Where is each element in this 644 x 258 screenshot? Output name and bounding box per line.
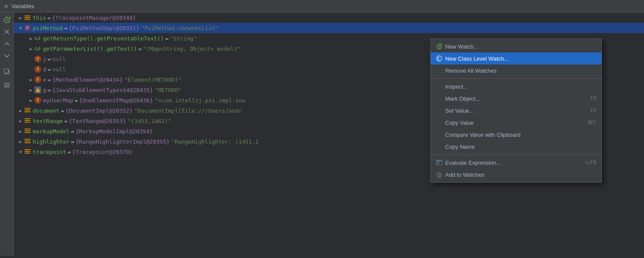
var-val-d: null <box>52 66 66 73</box>
svg-text:+: + <box>9 16 11 19</box>
menu-label-inspect: Inspect... <box>445 83 468 90</box>
var-str-highlighter: "RangeHighlighter: (1451,1 <box>171 138 259 145</box>
expand-arrow-e[interactable] <box>27 76 34 83</box>
var-ref-textRange: {TextRange@20353} <box>69 118 126 124</box>
tree-item-this[interactable]: this = {TracepointManager@20348} <box>14 12 644 23</box>
var-name-this: this <box>33 15 46 21</box>
var-ref-markupModel: {MarkupModelImpl@20354} <box>76 128 153 135</box>
menu-separator-1 <box>431 78 601 79</box>
expand-arrow-textRange[interactable] <box>17 117 24 124</box>
var-ref-myUserMap: {OneElementFMap@20436} <box>79 97 153 104</box>
icon-getReturnType: ɢ∂ <box>34 35 41 42</box>
menu-item-evaluate[interactable]: Evaluate Expression... ⌥F8 <box>431 157 601 169</box>
expand-arrow-psiMethod[interactable] <box>17 25 24 31</box>
menu-label-new-watch: New Watch... <box>445 43 478 50</box>
menu-item-new-class-watch[interactable]: C New Class Level Watch... <box>431 52 601 64</box>
panel-title: Variables <box>11 3 34 9</box>
expand-arrow-getParameterList[interactable] <box>27 45 34 52</box>
shortcut-set-value: F2 <box>590 108 596 114</box>
context-menu: + New Watch... C <box>430 38 602 183</box>
var-name-textRange: textRange <box>33 118 63 124</box>
expand-arrow-document[interactable] <box>17 107 24 114</box>
menu-label-set-value: Set Value... <box>445 108 474 114</box>
menu-label-add-to-watches: Add to Watches <box>445 172 484 178</box>
var-ref-document: {DocumentImpl@20352} <box>65 108 133 114</box>
var-str-myUserMap: "<com.intellij.psi.impl.sou <box>155 97 245 104</box>
svg-rect-16 <box>24 19 30 20</box>
svg-rect-26 <box>24 130 30 131</box>
var-val-getReturnType: "String" <box>170 35 197 42</box>
menu-item-set-value[interactable]: Set Value... F2 <box>431 104 601 117</box>
expand-arrow-markupModel[interactable] <box>17 128 24 135</box>
var-ref-e: {MethodElement@20434} <box>52 77 123 83</box>
svg-rect-15 <box>24 17 30 18</box>
move-up-button[interactable] <box>1 38 12 49</box>
var-name-d: d <box>43 66 46 73</box>
this-icon <box>24 14 31 21</box>
expand-arrow-highlighter[interactable] <box>17 138 24 145</box>
var-name-markupModel: markupModel <box>33 128 70 135</box>
menu-item-mark-object[interactable]: Mark Object... F3 <box>431 92 601 104</box>
main-container: + <box>0 12 644 256</box>
svg-rect-32 <box>24 151 30 152</box>
expand-arrow-myUserMap[interactable] <box>27 97 34 104</box>
svg-rect-28 <box>24 139 30 140</box>
expand-arrow-this[interactable] <box>17 14 24 21</box>
var-str-textRange: "(1451,1462)" <box>128 118 171 124</box>
svg-rect-46 <box>437 163 439 164</box>
menu-item-remove-all-watches[interactable]: Remove All Watches <box>431 64 601 77</box>
menu-item-new-watch[interactable]: + New Watch... <box>431 40 601 52</box>
svg-line-36 <box>439 47 440 48</box>
eval-icon <box>436 159 443 166</box>
icon-myUserMap: f <box>34 97 41 104</box>
remove-button[interactable] <box>1 26 12 37</box>
menu-item-copy-name[interactable]: Copy Name <box>431 141 601 153</box>
svg-rect-20 <box>24 110 30 111</box>
svg-rect-29 <box>24 141 30 141</box>
var-name-getParameterList: getParameterList().getText() <box>43 46 137 52</box>
icon-textRange <box>24 118 31 124</box>
expand-arrow-g[interactable] <box>27 86 34 93</box>
menu-item-compare-value[interactable]: Compare Value with Clipboard <box>431 129 601 141</box>
expand-arrow-tracepoint[interactable] <box>17 148 24 155</box>
panel-header: ≡ Variables <box>0 0 644 12</box>
svg-rect-33 <box>24 153 30 154</box>
settings-button[interactable] <box>1 80 12 91</box>
expand-arrow-getReturnType[interactable] <box>27 35 34 42</box>
svg-rect-14 <box>24 15 30 16</box>
svg-rect-27 <box>24 132 30 133</box>
var-name-g: g <box>43 87 46 93</box>
var-name-highlighter: highlighter <box>33 138 70 145</box>
icon-e: f <box>34 76 41 83</box>
svg-rect-25 <box>24 129 30 129</box>
shortcut-evaluate: ⌥F8 <box>584 160 596 166</box>
add-watch-button[interactable]: + <box>1 14 12 25</box>
var-name-psiMethod: psiMethod <box>33 25 63 31</box>
svg-text:ɢ∂: ɢ∂ <box>34 46 40 51</box>
svg-rect-31 <box>24 149 30 150</box>
menu-item-add-to-watches[interactable]: Add to Watches <box>431 169 601 181</box>
var-name-getReturnType: getReturnType().getPresentableText() <box>43 35 164 42</box>
var-val-getParameterList: "(Map<String, Object> model)" <box>143 46 240 52</box>
menu-item-copy-value[interactable]: Copy Value ⌘C <box>431 117 601 129</box>
menu-label-copy-name: Copy Name <box>445 144 475 150</box>
svg-rect-44 <box>437 160 442 161</box>
var-str-e: "Element(METHOD)" <box>125 77 182 83</box>
menu-item-inspect[interactable]: Inspect... <box>431 80 601 92</box>
icon-psiMethod: P <box>24 25 31 31</box>
icon-markupModel <box>24 128 31 134</box>
svg-rect-11 <box>4 83 10 84</box>
var-ref-highlighter: {RangeHighlighterImpl@20355} <box>76 138 170 145</box>
svg-text:ɢ∂: ɢ∂ <box>34 35 40 41</box>
var-name-e: e <box>43 77 46 83</box>
svg-rect-23 <box>24 120 30 121</box>
move-down-button[interactable] <box>1 50 12 61</box>
copy-button[interactable] <box>1 66 12 77</box>
svg-line-49 <box>439 175 440 176</box>
addwatch-icon <box>436 171 443 178</box>
svg-line-2 <box>7 20 8 21</box>
hamburger-icon: ≡ <box>4 3 8 9</box>
svg-rect-12 <box>4 85 10 86</box>
tree-item-psiMethod[interactable]: P psiMethod = {PsiMethodImpl@20351} "Psi… <box>14 23 644 33</box>
var-name-j: j <box>43 56 46 62</box>
